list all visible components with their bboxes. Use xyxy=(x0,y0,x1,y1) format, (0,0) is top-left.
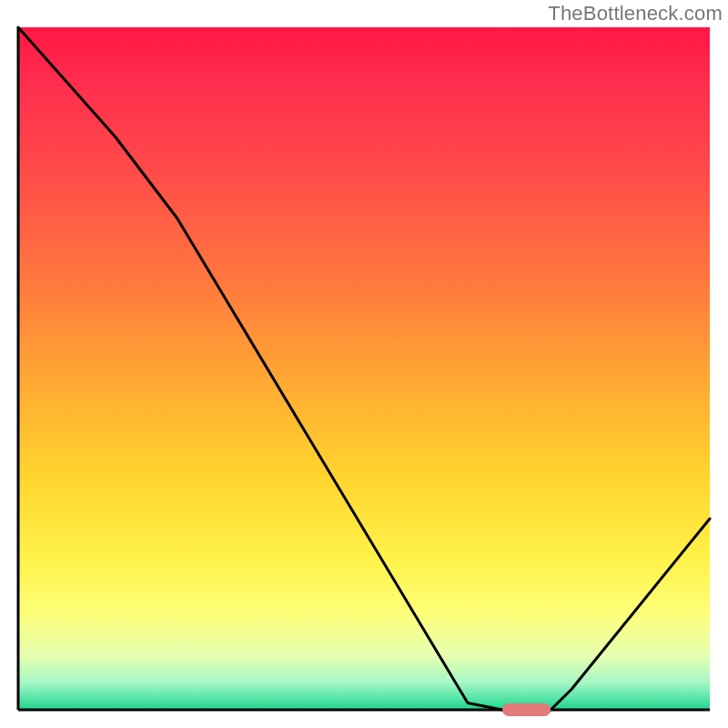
target-range-marker xyxy=(502,703,551,716)
chart-svg xyxy=(0,0,728,728)
chart-gradient-background xyxy=(18,27,710,710)
chart-container: TheBottleneck.com xyxy=(0,0,728,728)
watermark-text: TheBottleneck.com xyxy=(548,2,723,25)
